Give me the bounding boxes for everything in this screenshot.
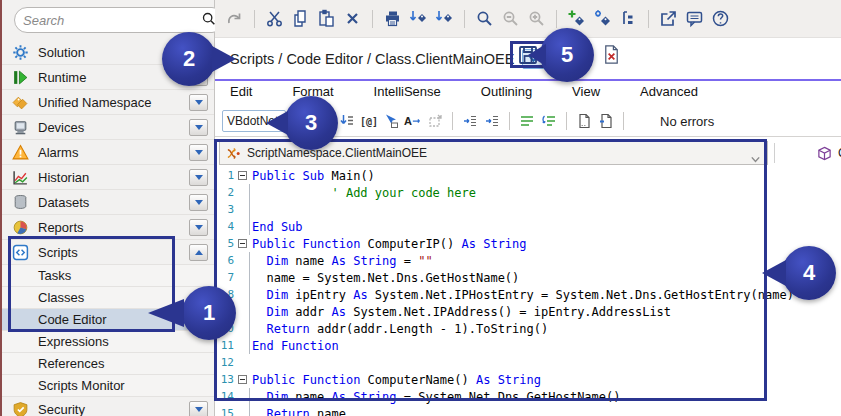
zoom-out-icon[interactable] — [500, 8, 521, 29]
code-line[interactable]: 5Public Function ComputerIP() As String — [218, 235, 818, 252]
delete-icon[interactable] — [342, 8, 363, 29]
menu-item-view[interactable]: View — [572, 84, 600, 104]
sidebar-item-reports[interactable]: Reports — [2, 215, 214, 240]
menu-item-outlining[interactable]: Outlining — [481, 84, 532, 104]
code-line[interactable]: 3 — [218, 201, 818, 218]
line-number: 6 — [218, 254, 234, 267]
code-token: "" — [418, 254, 432, 268]
close-document-icon[interactable] — [601, 44, 622, 65]
menu-item-advanced[interactable]: Advanced — [640, 84, 698, 104]
runtime-icon — [12, 69, 29, 86]
callout-4: 4 — [782, 246, 836, 300]
code-line[interactable]: 14 Dim name As String = System.Net.Dns.G… — [218, 388, 818, 405]
snippet-icon[interactable] — [426, 112, 444, 130]
scripts-code-icon — [12, 244, 29, 261]
export-tags-icon[interactable] — [434, 8, 455, 29]
fold-margin — [234, 388, 252, 405]
code-line[interactable]: 11End Function — [218, 337, 818, 354]
code-token: Public Sub — [252, 169, 331, 183]
feedback-icon[interactable] — [684, 8, 705, 29]
fold-collapse-box[interactable] — [234, 167, 252, 184]
sidebar-item-tasks[interactable]: Tasks — [2, 265, 214, 287]
sidebar-item-alarms[interactable]: Alarms — [2, 140, 214, 165]
code-line[interactable]: 1Public Sub Main() — [218, 167, 818, 184]
add-tag-icon[interactable] — [566, 8, 587, 29]
sidebar-item-label: Alarms — [38, 145, 189, 160]
cut-icon[interactable] — [264, 8, 285, 29]
chevron-down-button[interactable] — [189, 219, 208, 236]
search-input[interactable] — [23, 13, 201, 28]
chevron-down-button[interactable] — [189, 401, 208, 416]
sidebar-item-references[interactable]: References — [2, 353, 214, 375]
help-icon[interactable] — [710, 8, 731, 29]
code-editor[interactable]: 1Public Sub Main()2 ' Add your code here… — [218, 167, 818, 416]
fold-collapse-box[interactable] — [234, 235, 252, 252]
zoom-icon[interactable] — [474, 8, 495, 29]
code-token: End Sub — [252, 220, 303, 234]
code-token: As — [353, 288, 375, 302]
code-line[interactable]: 4End Sub — [218, 218, 818, 235]
fold-collapse-box[interactable] — [234, 371, 252, 388]
indent-increase-icon[interactable] — [483, 112, 501, 130]
menu-item-edit[interactable]: Edit — [230, 84, 252, 104]
move-down-icon[interactable] — [338, 112, 356, 130]
code-line[interactable]: 13Public Function ComputerName() As Stri… — [218, 371, 818, 388]
sidebar-item-label: Security — [38, 402, 189, 416]
chevron-down-button[interactable] — [189, 169, 208, 186]
uncomment-selection-icon[interactable] — [540, 112, 558, 130]
chevron-up-button[interactable] — [189, 244, 208, 261]
fold-margin — [234, 303, 252, 320]
new-document-icon[interactable] — [575, 112, 593, 130]
sidebar-item-datasets[interactable]: Datasets — [2, 190, 214, 215]
copy-icon[interactable] — [290, 8, 311, 29]
complete-word-icon[interactable] — [382, 112, 400, 130]
code-token: As — [331, 305, 353, 319]
chevron-down-button[interactable] — [189, 119, 208, 136]
code-token: ComputerName() — [368, 373, 476, 387]
code-line[interactable]: 10 Return addr(addr.Length - 1).ToString… — [218, 320, 818, 337]
sidebar-item-unified-namespace[interactable]: Unified Namespace — [2, 90, 214, 115]
code-token: ComputerIP() — [368, 237, 462, 251]
indent-decrease-icon[interactable] — [461, 112, 479, 130]
tag-settings-icon[interactable] — [592, 8, 613, 29]
code-line[interactable]: 8 Dim ipEntry As System.Net.IPHostEntry … — [218, 286, 818, 303]
open-external-icon[interactable] — [658, 8, 679, 29]
editor-header-extras: C — [771, 141, 841, 165]
import-tags-icon[interactable] — [408, 8, 429, 29]
redo-icon[interactable] — [224, 8, 245, 29]
sidebar-item-historian[interactable]: Historian — [2, 165, 214, 190]
code-line[interactable]: 7 name = System.Net.Dns.GetHostName() — [218, 269, 818, 286]
chevron-down-button[interactable] — [189, 194, 208, 211]
code-line[interactable]: 15 Return name — [218, 405, 818, 416]
rename-icon[interactable]: A — [404, 112, 422, 130]
chevron-down-icon[interactable] — [750, 149, 761, 157]
search-icon[interactable] — [201, 11, 216, 30]
chevron-down-button[interactable] — [189, 94, 208, 111]
error-status: No errors — [660, 114, 714, 129]
code-token: name — [295, 254, 331, 268]
paste-icon[interactable] — [316, 8, 337, 29]
sidebar-item-scripts[interactable]: Scripts — [2, 240, 214, 265]
code-line[interactable]: 6 Dim name As String = "" — [218, 252, 818, 269]
sidebar-item-scripts-monitor[interactable]: Scripts Monitor — [2, 375, 214, 397]
sidebar-item-devices[interactable]: Devices — [2, 115, 214, 140]
member-list-icon[interactable]: [@] — [360, 112, 378, 130]
code-line[interactable]: 9 Dim addr As System.Net.IPAddress() = i… — [218, 303, 818, 320]
comment-selection-icon[interactable] — [518, 112, 536, 130]
print-icon[interactable] — [382, 8, 403, 29]
format-document-icon[interactable] — [597, 112, 615, 130]
code-line[interactable]: 2 ' Add your code here — [218, 184, 818, 201]
zoom-in-icon[interactable] — [526, 8, 547, 29]
search-box[interactable] — [14, 7, 225, 33]
sidebar-item-security[interactable]: Security — [2, 397, 214, 416]
menu-item-intellisense[interactable]: IntelliSense — [374, 84, 441, 104]
sidebar-item-expressions[interactable]: Expressions — [2, 331, 214, 353]
tag-tree-icon[interactable] — [618, 8, 639, 29]
line-number: 1 — [218, 169, 234, 182]
code-token: name — [317, 407, 346, 416]
code-token: = — [404, 254, 418, 268]
code-line[interactable]: 12 — [218, 354, 818, 371]
app-window: SolutionRuntimeUnified NamespaceDevicesA… — [0, 0, 841, 416]
chevron-down-button[interactable] — [189, 144, 208, 161]
code-token: As String — [331, 254, 403, 268]
